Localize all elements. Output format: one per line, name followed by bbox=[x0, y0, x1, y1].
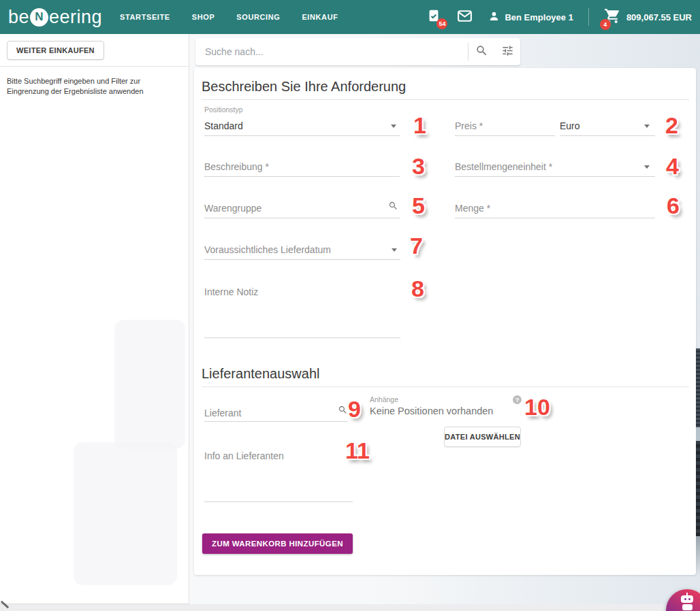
annotation-3: 3 bbox=[412, 154, 425, 178]
bestellmengeneinheit-select[interactable]: Bestellmengeneinheit * bbox=[455, 156, 655, 177]
tasks-badge: 54 bbox=[436, 18, 447, 29]
background-image-strip bbox=[696, 441, 700, 536]
chevron-down-icon bbox=[391, 125, 396, 128]
header-divider bbox=[588, 8, 589, 26]
user-name: Ben Employee 1 bbox=[505, 12, 573, 22]
preis-label: Preis * bbox=[455, 120, 483, 131]
annotation-6: 6 bbox=[667, 194, 680, 217]
anhaenge-label: Anhänge bbox=[370, 395, 398, 403]
watermark-shape bbox=[114, 320, 185, 449]
warengruppe-label: Warengruppe bbox=[204, 203, 261, 214]
beschreibung-label: Beschreibung * bbox=[204, 161, 269, 172]
chevron-down-icon bbox=[644, 165, 650, 169]
search-icon[interactable] bbox=[388, 201, 398, 214]
watermark-shape bbox=[74, 442, 177, 585]
menge-label: Menge * bbox=[455, 203, 490, 214]
nav-item-startseite[interactable]: STARTSEITE bbox=[120, 13, 170, 21]
annotation-5: 5 bbox=[412, 194, 425, 217]
nav-item-sourcing[interactable]: SOURCING bbox=[236, 13, 280, 21]
requirement-form-card: Beschreiben Sie Ihre Anforderung Positio… bbox=[194, 68, 696, 575]
nav-item-shop[interactable]: SHOP bbox=[192, 13, 215, 21]
person-icon bbox=[488, 10, 500, 24]
mail-icon bbox=[456, 7, 473, 27]
logo-n-icon: N bbox=[30, 8, 48, 27]
interne-notiz-label: Interne Notiz bbox=[204, 286, 258, 297]
search-bar bbox=[195, 38, 520, 65]
top-header: be N eering STARTSEITE SHOP SOURCING EIN… bbox=[0, 0, 700, 34]
messages-button[interactable] bbox=[456, 7, 473, 27]
positionstyp-select[interactable]: Positionstyp Standard bbox=[204, 105, 400, 136]
search-icon[interactable] bbox=[338, 405, 348, 418]
menge-input[interactable]: Menge * bbox=[455, 197, 655, 218]
annotation-10: 10 bbox=[524, 395, 550, 418]
info-an-lieferanten-label: Info an Lieferanten bbox=[204, 450, 284, 461]
info-an-lieferanten-textarea[interactable]: Info an Lieferanten bbox=[204, 444, 353, 502]
app-root: be N eering STARTSEITE SHOP SOURCING EIN… bbox=[0, 0, 700, 611]
brand-logo[interactable]: be N eering bbox=[8, 7, 102, 28]
bestellmengeneinheit-label: Bestellmengeneinheit * bbox=[455, 161, 552, 172]
search-button[interactable] bbox=[468, 39, 494, 65]
positionstyp-value: Standard bbox=[204, 120, 243, 131]
anhaenge-empty-text: Keine Positionen vorhanden bbox=[370, 406, 493, 416]
search-filter-button[interactable] bbox=[494, 39, 520, 65]
continue-shopping-button[interactable]: WEITER EINKAUFEN bbox=[7, 41, 104, 60]
chevron-down-icon bbox=[392, 248, 397, 252]
currency-select[interactable]: Euro bbox=[560, 115, 655, 136]
lieferant-lookup[interactable]: Lieferant bbox=[204, 393, 348, 422]
positionstyp-label: Positionstyp bbox=[204, 105, 243, 114]
help-icon[interactable]: ? bbox=[513, 395, 522, 404]
annotation-7: 7 bbox=[410, 234, 423, 257]
cart-total: 809,067.55 EUR bbox=[626, 12, 692, 22]
supplier-section-title: Lieferantenauswahl bbox=[202, 366, 319, 382]
cart-badge: 4 bbox=[600, 19, 611, 30]
header-right-group: 54 Ben Employee 1 4 bbox=[426, 7, 700, 27]
background-image-strip bbox=[696, 348, 700, 427]
annotation-4: 4 bbox=[666, 154, 679, 178]
annotation-8: 8 bbox=[411, 277, 424, 300]
lieferant-label: Lieferant bbox=[204, 408, 241, 418]
cart-button[interactable]: 4 809,067.55 EUR bbox=[604, 7, 692, 27]
currency-value: Euro bbox=[560, 120, 580, 131]
background-image-strip bbox=[696, 536, 700, 576]
sidebar-hint-text: Bitte Suchbegriff eingeben und Filter zu… bbox=[7, 76, 182, 97]
search-input[interactable] bbox=[195, 46, 468, 57]
annotation-11: 11 bbox=[345, 439, 370, 462]
beschreibung-input[interactable]: Beschreibung * bbox=[204, 156, 400, 177]
logo-text-post: eering bbox=[49, 7, 102, 28]
chevron-down-icon bbox=[644, 125, 650, 128]
annotation-9: 9 bbox=[348, 397, 361, 420]
robot-icon bbox=[679, 593, 695, 610]
form-title: Beschreiben Sie Ihre Anforderung bbox=[202, 79, 406, 95]
sidebar-divider bbox=[0, 66, 189, 67]
preis-input[interactable]: Preis * bbox=[455, 115, 555, 136]
logo-text-pre: be bbox=[8, 7, 29, 28]
tune-icon bbox=[501, 44, 514, 59]
warengruppe-lookup[interactable]: Warengruppe bbox=[204, 197, 400, 218]
lieferdatum-label: Voraussichtliches Lieferdatum bbox=[204, 244, 331, 255]
title-divider bbox=[202, 99, 689, 100]
supplier-divider bbox=[202, 386, 689, 387]
tasks-button[interactable]: 54 bbox=[426, 8, 441, 26]
search-icon bbox=[475, 44, 488, 59]
background-image-strip bbox=[696, 427, 700, 441]
nav-item-einkauf[interactable]: EINKAUF bbox=[302, 13, 338, 21]
annotation-1: 1 bbox=[413, 114, 426, 137]
add-to-cart-button[interactable]: ZUM WARENKORB HINZUFÜGEN bbox=[202, 533, 353, 554]
filter-sidebar: WEITER EINKAUFEN Bitte Suchbegriff einge… bbox=[0, 34, 189, 604]
choose-file-button[interactable]: DATEI AUSWÄHLEN bbox=[444, 427, 521, 447]
lieferdatum-select[interactable]: Voraussichtliches Lieferdatum bbox=[204, 239, 400, 260]
annotation-2: 2 bbox=[665, 114, 678, 137]
main-nav: STARTSEITE SHOP SOURCING EINKAUF bbox=[120, 13, 338, 21]
user-menu[interactable]: Ben Employee 1 bbox=[488, 10, 573, 24]
interne-notiz-textarea[interactable]: Interne Notiz bbox=[204, 276, 400, 338]
